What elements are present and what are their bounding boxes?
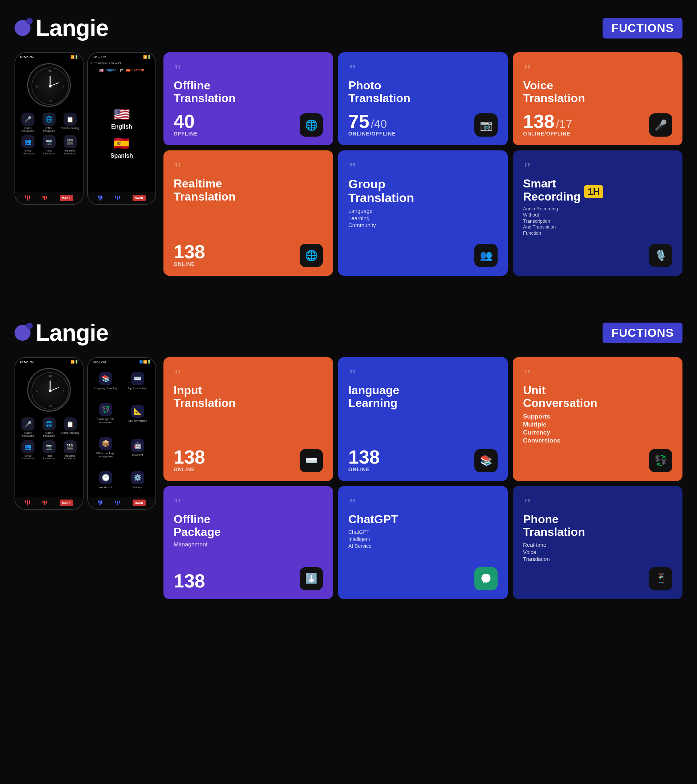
icon-realtime-trans-3[interactable]: 🎬 Realtime translation bbox=[61, 440, 79, 460]
phone-translation-title: PhoneTranslation bbox=[523, 513, 672, 539]
icon-online-translation[interactable]: 🎤 Online translation bbox=[19, 113, 37, 132]
unit-desc: SupportsMultipleCurrencyConversions bbox=[523, 413, 672, 445]
phone-1-screen: 13:52 PM 📶🔋 XII III bbox=[15, 53, 83, 204]
phone-3-screen: 13:52 PM 📶🔋 XII III VI IX bbox=[15, 358, 83, 509]
to-flag: 🇪🇸 bbox=[126, 68, 130, 72]
waveform-left-3 bbox=[25, 500, 30, 506]
offline-pkg-count: 138 bbox=[174, 572, 205, 590]
menu-chatgpt-icon: 🤖 bbox=[131, 439, 144, 452]
back-arrow[interactable]: ‹ bbox=[91, 61, 92, 65]
card-chatgpt: " ChatGPT ChatGPTIntelligentAI Service bbox=[338, 486, 508, 599]
card-quote-s2-6: " bbox=[523, 496, 672, 512]
watch-face-3: XII III VI IX bbox=[27, 368, 71, 412]
icon-group-translation[interactable]: 👥 Group translation bbox=[19, 135, 37, 155]
phone-4-menu: 📚 Language learning ⌨️ Input translation… bbox=[88, 364, 155, 497]
icon-group-trans-3[interactable]: 👥 Group translation bbox=[19, 440, 37, 460]
svg-point-7 bbox=[49, 85, 51, 87]
icon-offline-trans-3[interactable]: 🌐 Offline translation bbox=[40, 417, 58, 437]
smart-recording-label: Smart recording bbox=[61, 127, 79, 130]
card-bottom-5: 👥 bbox=[348, 244, 498, 267]
photo-label-3: Photo translation bbox=[40, 455, 58, 460]
group-icon: 👥 bbox=[21, 135, 35, 148]
offline-status: OFFLINE bbox=[174, 131, 198, 137]
back-button-3[interactable]: BACK bbox=[60, 499, 73, 506]
online-translation-label: Online translation bbox=[19, 127, 37, 132]
svg-text:VI: VI bbox=[49, 99, 52, 103]
phone-trans-desc: Real-timeVoiceTranslation bbox=[523, 541, 672, 563]
phone-2: 13:52 PM 📶🔋 ‹ Traducción con WIFI 🇺🇸 Eng… bbox=[87, 52, 156, 205]
icon-online-trans-3[interactable]: 🎤 Online translation bbox=[19, 417, 37, 437]
menu-unit-icon: 📐 bbox=[131, 405, 144, 418]
waveform-mid-3 bbox=[43, 501, 47, 505]
card-bottom-6: 🎙️ bbox=[523, 244, 672, 267]
svg-text:IX: IX bbox=[35, 389, 38, 393]
waveform-left bbox=[25, 196, 30, 201]
phone-1-status: 13:52 PM 📶🔋 bbox=[15, 53, 83, 59]
back-button-1[interactable]: BACK bbox=[60, 195, 73, 201]
icon-smart-recording[interactable]: 📋 Smart recording bbox=[61, 113, 79, 132]
realtime-translation-title: RealtimeTranslation bbox=[174, 177, 323, 203]
globe-icon: 🌐 bbox=[43, 113, 56, 126]
input-count: 138 bbox=[174, 448, 205, 466]
menu-unit-conversion[interactable]: 📐 Unit conversion bbox=[123, 397, 153, 430]
menu-offline-pkg[interactable]: 📦 Offline package management bbox=[91, 432, 121, 464]
phone-1-time: 13:52 PM bbox=[20, 55, 34, 59]
menu-input-translation[interactable]: ⌨️ Input translation bbox=[123, 367, 153, 395]
menu-lang-icon: 📚 bbox=[99, 372, 112, 385]
phones-area-1: 13:52 PM 📶🔋 XII III bbox=[15, 52, 156, 205]
menu-language-learning[interactable]: 📚 Language learning bbox=[91, 367, 121, 395]
mic-icon: 🎤 bbox=[21, 113, 35, 126]
card-bottom-s2-6: 📱 bbox=[523, 567, 672, 590]
content-area-1: 13:52 PM 📶🔋 XII III bbox=[15, 52, 682, 276]
icon-realtime-translation[interactable]: 🎬 Realtime translation bbox=[61, 135, 79, 155]
svg-text:XII: XII bbox=[48, 374, 52, 378]
phone-3-icons: 🎤 Online translation 🌐 Offline translati… bbox=[15, 415, 83, 462]
menu-unit-label: Unit conversion bbox=[128, 419, 147, 423]
group-card-icon: 👥 bbox=[474, 244, 498, 267]
icon-photo-translation[interactable]: 📷 Photo translation bbox=[40, 135, 58, 155]
camera-icon: 📷 bbox=[43, 135, 56, 148]
icon-photo-trans-3[interactable]: 📷 Photo translation bbox=[40, 440, 58, 460]
phone-2-bottom: BACK bbox=[88, 192, 155, 204]
from-lang-name: English bbox=[111, 124, 132, 130]
card-bottom-s2-2: 138 ONLINE 📚 bbox=[348, 448, 498, 472]
download-card-icon: ⬇️ bbox=[300, 567, 323, 590]
to-lang-display: 🇪🇸 Spanish bbox=[110, 136, 133, 159]
to-flag-large: 🇪🇸 bbox=[113, 136, 130, 151]
icon-offline-translation[interactable]: 🌐 Offline translation bbox=[40, 113, 58, 132]
menu-lang-label: Language learning bbox=[94, 387, 117, 390]
card-quote-s2-5: " bbox=[348, 496, 498, 512]
card-language-learning: " languageLearning 138 ONLINE 📚 bbox=[338, 357, 508, 481]
icon-smart-rec-3[interactable]: 📋 Smart recording bbox=[61, 417, 79, 437]
phone-2-signal: 📶🔋 bbox=[143, 55, 151, 59]
menu-clock-label: World clock bbox=[99, 486, 113, 489]
phones-area-2: 13:52 PM 📶🔋 XII III VI IX bbox=[15, 357, 156, 510]
menu-exchange-rate[interactable]: 💱 Exchange rate conversion bbox=[91, 397, 121, 430]
mic-smart-icon: 🎙️ bbox=[649, 244, 672, 267]
voice-translation-title: VoiceTranslation bbox=[523, 79, 672, 105]
card-phone-translation: " PhoneTranslation Real-timeVoiceTransla… bbox=[513, 486, 682, 599]
back-button-4[interactable]: BACK bbox=[133, 499, 146, 506]
functions-badge-1: FUCTIONS bbox=[603, 18, 682, 38]
to-lang-label: Spanish bbox=[132, 68, 144, 72]
chatgpt-desc: ChatGPTIntelligentAI Service bbox=[348, 529, 498, 550]
waveform-mid bbox=[43, 196, 47, 200]
photo-slash: /40 bbox=[371, 117, 387, 131]
clock-svg-3: XII III VI IX bbox=[30, 371, 70, 411]
swap-icon[interactable]: ⇄ bbox=[120, 68, 123, 72]
logo-dot-2 bbox=[15, 325, 31, 341]
phone-3-bottom: BACK bbox=[15, 497, 83, 509]
menu-settings-icon: ⚙️ bbox=[131, 471, 144, 484]
back-button-2[interactable]: BACK bbox=[133, 195, 146, 201]
smart-recording-title: SmartRecording bbox=[523, 177, 580, 203]
offline-package-title: OfflinePackage bbox=[174, 513, 323, 539]
lang-learning-card-icon: 📚 bbox=[474, 449, 498, 472]
phone-4: 10:53 AM 🔵📶🔋 📚 Language learning ⌨️ Inpu… bbox=[87, 357, 156, 510]
camera-card-icon: 📷 bbox=[474, 114, 498, 137]
menu-world-clock[interactable]: 🕐 World clock bbox=[91, 466, 121, 494]
logo-dot-1 bbox=[15, 20, 31, 36]
to-lang: 🇪🇸 Spanish bbox=[126, 68, 144, 72]
menu-settings[interactable]: ⚙️ Settings bbox=[123, 466, 153, 494]
menu-chatgpt[interactable]: 🤖 ChatGPT bbox=[123, 432, 153, 464]
menu-input-label: Input translation bbox=[128, 387, 147, 390]
